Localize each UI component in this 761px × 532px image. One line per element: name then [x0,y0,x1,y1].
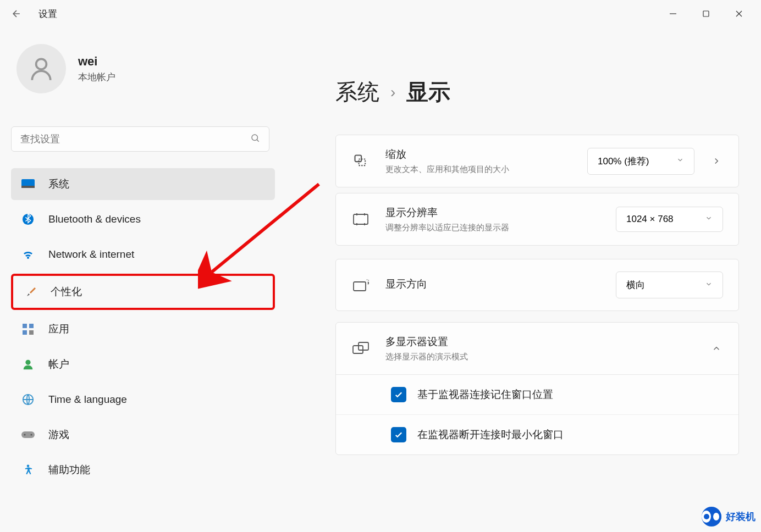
svg-rect-23 [353,346,363,353]
setting-title: 显示分辨率 [385,206,600,220]
svg-rect-13 [29,330,34,335]
minimize-button[interactable] [657,3,690,25]
nav-list: 系统 Bluetooth & devices Network & interne… [11,168,275,486]
svg-rect-20 [355,156,362,162]
brush-icon [23,285,37,299]
nav-label: 辅助功能 [48,463,90,477]
svg-rect-11 [29,324,34,328]
setting-multi-display: 多显示器设置 选择显示器的演示模式 基于监视器连接记住窗口位置 [335,322,739,455]
svg-point-18 [31,434,32,436]
nav-label: 游戏 [48,428,69,442]
maximize-button[interactable] [690,3,723,25]
chevron-right-icon: › [390,84,395,101]
collapse-button[interactable] [710,342,723,355]
nav-label: Network & internet [48,248,134,261]
checkbox-row-remember-position[interactable]: 基于监视器连接记住窗口位置 [336,375,738,415]
watermark-icon [702,507,721,527]
svg-rect-22 [354,282,366,291]
expand-button[interactable] [710,154,723,168]
chevron-down-icon [705,280,713,291]
svg-point-19 [27,464,30,467]
setting-desc: 调整分辨率以适应已连接的显示器 [385,221,600,233]
checkbox-row-minimize-on-disconnect[interactable]: 在监视器断开连接时最小化窗口 [336,415,738,455]
checkbox-label: 基于监视器连接记住窗口位置 [417,387,553,402]
chevron-down-icon [705,214,713,225]
breadcrumb-parent[interactable]: 系统 [335,77,379,107]
nav-bluetooth[interactable]: Bluetooth & devices [11,203,275,235]
select-value: 横向 [626,279,645,291]
nav-accessibility[interactable]: 辅助功能 [11,454,275,486]
nav-gaming[interactable]: 游戏 [11,419,275,451]
setting-title: 多显示器设置 [385,335,694,349]
watermark-text: 好装机 [726,510,756,523]
svg-rect-24 [359,342,368,350]
svg-rect-12 [23,330,27,335]
nav-apps[interactable]: 应用 [11,313,275,345]
svg-point-5 [252,135,258,141]
system-icon [21,177,35,191]
svg-rect-10 [23,324,27,328]
globe-icon [21,392,35,407]
bluetooth-icon [21,212,35,226]
search-input[interactable] [20,134,250,145]
setting-desc: 选择显示器的演示模式 [385,351,694,362]
content-area: 系统 › 显示 缩放 更改文本、应用和其他项目的大小 100% (推荐) [275,27,761,532]
profile-type: 本地帐户 [78,71,115,84]
nav-label: Time & language [48,394,127,406]
nav-label: 系统 [48,177,69,191]
setting-title: 缩放 [385,147,572,162]
account-icon [21,357,35,372]
back-button[interactable] [5,3,27,25]
wifi-icon [21,247,35,262]
scale-icon [351,152,370,170]
select-value: 100% (推荐) [598,155,649,168]
svg-point-4 [36,59,47,69]
nav-label: Bluetooth & devices [48,213,141,225]
multi-display-header[interactable]: 多显示器设置 选择显示器的演示模式 [336,323,738,374]
setting-title: 显示方向 [385,277,600,291]
search-box[interactable] [11,126,269,152]
scale-select[interactable]: 100% (推荐) [587,148,694,175]
nav-time-language[interactable]: Time & language [11,384,275,415]
apps-icon [21,322,35,336]
gamepad-icon [21,428,35,442]
svg-rect-1 [703,11,709,16]
setting-orientation[interactable]: 显示方向 横向 [335,259,739,311]
svg-rect-21 [354,214,368,224]
svg-point-14 [25,360,30,365]
breadcrumb-current: 显示 [406,77,450,107]
titlebar: 设置 [0,0,761,27]
nav-label: 帐户 [48,357,69,372]
window-controls [657,3,756,25]
nav-personalization[interactable]: 个性化 [11,274,275,310]
resolution-select[interactable]: 1024 × 768 [616,207,723,232]
resolution-icon [351,210,370,229]
profile-section[interactable]: wei 本地帐户 [11,44,275,115]
search-icon [250,133,260,145]
orientation-icon [351,276,370,295]
setting-scale[interactable]: 缩放 更改文本、应用和其他项目的大小 100% (推荐) [335,135,739,187]
setting-resolution[interactable]: 显示分辨率 调整分辨率以适应已连接的显示器 1024 × 768 [335,193,739,246]
sidebar: wei 本地帐户 系统 Bluetooth & device [0,27,275,532]
close-button[interactable] [723,3,756,25]
nav-label: 应用 [48,322,69,336]
nav-system[interactable]: 系统 [11,168,275,200]
nav-label: 个性化 [51,285,82,299]
svg-rect-16 [21,431,35,438]
app-title: 设置 [38,8,57,20]
checkbox-checked[interactable] [391,387,406,402]
svg-line-6 [257,140,258,141]
accessibility-icon [21,463,35,477]
select-value: 1024 × 768 [626,214,674,225]
orientation-select[interactable]: 横向 [616,271,723,298]
chevron-down-icon [676,156,684,167]
multi-display-icon [351,339,370,358]
nav-network[interactable]: Network & internet [11,239,275,270]
watermark: 好装机 [702,507,756,527]
setting-desc: 更改文本、应用和其他项目的大小 [385,163,572,175]
svg-rect-8 [21,186,35,188]
nav-accounts[interactable]: 帐户 [11,348,275,380]
checkbox-checked[interactable] [391,427,406,442]
svg-point-17 [24,434,26,436]
avatar [16,44,66,93]
